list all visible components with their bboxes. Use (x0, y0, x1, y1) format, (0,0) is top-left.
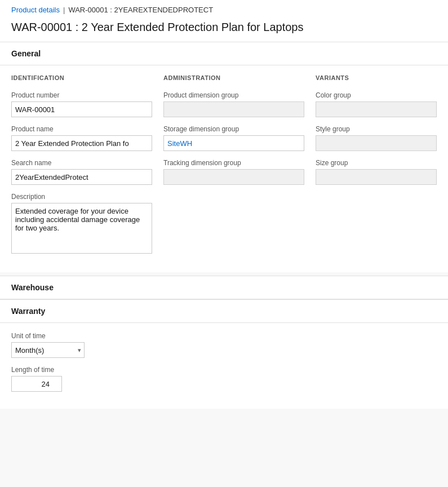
breadcrumb-current: WAR-00001 : 2YEAREXTENDEDPROTECT (68, 6, 213, 14)
size-group-input[interactable] (316, 169, 437, 185)
search-name-input[interactable] (11, 169, 152, 185)
color-group-input[interactable] (316, 101, 437, 117)
size-group-group: Size group (316, 159, 437, 185)
administration-column-header: ADMINISTRATION (163, 74, 304, 83)
unit-of-time-group: Unit of time Month(s) Day(s) Year(s) ▾ (11, 332, 437, 358)
style-group-input[interactable] (316, 135, 437, 151)
unit-of-time-label: Unit of time (11, 332, 437, 340)
color-group-group: Color group (316, 91, 437, 117)
general-section-header: General (0, 42, 448, 65)
description-label: Description (11, 193, 152, 201)
style-group-group: Style group (316, 125, 437, 151)
tracking-dimension-group-input[interactable] (163, 169, 304, 185)
product-number-label: Product number (11, 91, 152, 99)
warranty-content: Unit of time Month(s) Day(s) Year(s) ▾ L… (0, 323, 448, 409)
administration-column: ADMINISTRATION Product dimension group S… (163, 74, 316, 263)
warehouse-section: Warehouse (0, 276, 448, 299)
product-name-input[interactable] (11, 135, 152, 151)
length-of-time-group: Length of time (11, 366, 437, 392)
product-dimension-group-label: Product dimension group (163, 91, 304, 99)
style-group-label: Style group (316, 125, 437, 133)
page-wrapper: Product details | WAR-00001 : 2YEAREXTEN… (0, 0, 448, 487)
storage-dimension-group-input: SiteWH (163, 135, 304, 151)
search-name-group: Search name (11, 159, 152, 185)
storage-dimension-group-label: Storage dimension group (163, 125, 304, 133)
description-group: Description Extended coverage for your d… (11, 193, 152, 255)
warranty-section: Warranty Unit of time Month(s) Day(s) Ye… (0, 299, 448, 409)
color-group-label: Color group (316, 91, 437, 99)
tracking-dimension-group-group: Tracking dimension group (163, 159, 304, 185)
length-of-time-label: Length of time (11, 366, 437, 374)
product-number-group: Product number (11, 91, 152, 117)
search-name-label: Search name (11, 159, 152, 167)
form-grid: IDENTIFICATION Product number Product na… (11, 74, 437, 263)
breadcrumb-separator: | (63, 6, 65, 14)
breadcrumb-link[interactable]: Product details (11, 6, 60, 14)
storage-dimension-group-group: Storage dimension group SiteWH (163, 125, 304, 151)
storage-dimension-link[interactable]: SiteWH (167, 139, 192, 148)
length-of-time-input[interactable] (11, 376, 62, 392)
warehouse-section-header[interactable]: Warehouse (0, 276, 448, 299)
product-name-label: Product name (11, 125, 152, 133)
product-number-input[interactable] (11, 101, 152, 117)
size-group-label: Size group (316, 159, 437, 167)
tracking-dimension-group-label: Tracking dimension group (163, 159, 304, 167)
product-dimension-group-group: Product dimension group (163, 91, 304, 117)
page-title: WAR-00001 : 2 Year Extended Protection P… (0, 17, 448, 42)
identification-column: IDENTIFICATION Product number Product na… (11, 74, 163, 263)
general-section: General IDENTIFICATION Product number Pr… (0, 42, 448, 272)
product-name-group: Product name (11, 125, 152, 151)
warranty-section-header[interactable]: Warranty (0, 299, 448, 323)
variants-column-header: VARIANTS (316, 74, 437, 83)
product-dimension-group-input[interactable] (163, 101, 304, 117)
identification-column-header: IDENTIFICATION (11, 74, 152, 83)
unit-of-time-select[interactable]: Month(s) Day(s) Year(s) (11, 342, 85, 358)
variants-column: VARIANTS Color group Style group Size gr… (316, 74, 448, 263)
general-section-content: IDENTIFICATION Product number Product na… (0, 65, 448, 272)
description-textarea[interactable]: Extended coverage for your device includ… (11, 203, 152, 254)
unit-of-time-select-wrapper: Month(s) Day(s) Year(s) ▾ (11, 342, 85, 358)
breadcrumb: Product details | WAR-00001 : 2YEAREXTEN… (0, 0, 448, 17)
